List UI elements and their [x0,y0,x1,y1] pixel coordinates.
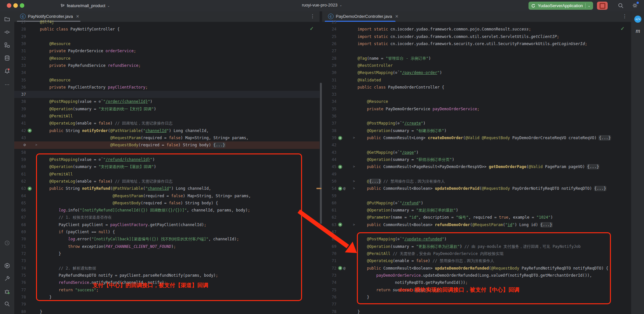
code-line[interactable]: 75 return success( data:true); [322,286,631,294]
code-line[interactable]: 45> public CommonResult<PageResult<PayDe… [322,163,631,170]
line-number[interactable]: 77 [14,286,26,294]
line-number[interactable]: 64 [14,192,26,199]
line-number[interactable]: 34 [322,98,336,105]
globe-url-icon[interactable]: ⊕ˇ [99,99,103,104]
code-line[interactable]: 34 [14,69,320,76]
code-line[interactable]: 64 @RequestParam(required = false) Map<S… [14,192,320,199]
line-number[interactable]: 78 [322,308,336,314]
find-tool-button[interactable] [3,300,11,308]
line-number[interactable]: 73 [14,257,26,264]
code-line[interactable]: 73 payDemoOrderService.updateDemoOrderRe… [322,272,631,279]
line-number[interactable]: 39 [322,134,336,141]
line-number[interactable]: 80 [14,308,26,314]
maven-tool-button[interactable]: m [634,27,642,35]
line-number[interactable]: 67 [14,214,26,221]
code-line[interactable]: 63> public CommonResult<Boolean> refundD… [322,221,631,228]
pane-splitter[interactable] [320,22,322,314]
code-line[interactable]: 29 [14,33,320,40]
line-number[interactable]: 36 [322,113,336,120]
code-line[interactable]: 40 @PermitAll [14,113,320,120]
line-number[interactable]: 73 [322,272,336,279]
code-line[interactable]: 49 [322,171,631,178]
line-number[interactable]: 74 [322,279,336,286]
line-number[interactable]: 35 [322,105,336,113]
code-line[interactable]: 38 @PostMapping(value = ⊕ˇ"/order/{chann… [14,98,320,105]
code-line[interactable]: 28@Tag(name = "管理后台 - 示例订单") [322,55,631,62]
line-number[interactable]: 26 [322,40,336,47]
line-number[interactable]: 61 [322,207,336,214]
code-line[interactable]: 72 } [14,250,320,257]
line-number[interactable]: 65 [14,199,26,207]
code-line[interactable]: 58 [14,149,320,156]
code-line[interactable]: 25import static cn.iocoder.yudao.framewo… [322,33,631,40]
code-line[interactable]: 31@Validated [322,77,631,84]
fold-arrow-icon[interactable]: > [353,178,357,185]
scrollbar-thumb[interactable] [320,83,322,224]
code-line[interactable]: 32public class PayDemoOrderController { [322,84,631,91]
line-number[interactable]: 31 [14,47,26,54]
code-line[interactable]: 50> @{...} // 禁用操作日志，因为没有操作人 [322,178,631,185]
line-number[interactable]: 77 [322,301,336,308]
line-number[interactable]: 72 [14,250,26,257]
request-mapping-run-icon[interactable] [338,266,342,270]
line-number[interactable]: 78 [14,294,26,301]
line-number[interactable]: 54 [322,185,336,192]
code-line[interactable]: 42 [322,141,631,149]
code-line[interactable]: 27@Slf4j [14,18,320,26]
code-line[interactable]: 43 @RequestParam(required = false) Map<S… [14,134,320,141]
globe-url-icon[interactable]: ⊕ˇ [395,201,400,205]
line-number[interactable]: 42 [322,141,336,149]
more-tool-windows-button[interactable]: ⋯ [3,81,11,89]
line-number[interactable]: 43 [322,149,336,156]
line-number[interactable]: 68 [14,221,26,228]
fold-arrow-icon[interactable]: > [353,221,357,228]
code-line[interactable]: 39 @Operation(summary = "支付渠道的统一【支付】回调") [14,105,320,113]
stop-button[interactable] [597,2,608,10]
line-number[interactable]: 27 [322,47,336,54]
code-line[interactable]: 67 [322,228,631,235]
no-request-icon[interactable]: ⊘ [14,141,26,149]
services-tool-button[interactable] [3,262,11,270]
code-line[interactable]: 76 refundService.notifyRefund(channelId,… [14,279,320,286]
maximize-window-button[interactable] [20,3,24,8]
line-number[interactable]: 38 [322,127,336,134]
build-tool-button[interactable] [3,275,11,283]
code-editor-left[interactable]: 27@Slf4j28public class PayNotifyControll… [14,18,320,314]
globe-url-icon[interactable]: ⊕ˇ [397,121,402,126]
fold-arrow-icon[interactable]: > [353,185,357,192]
line-number[interactable]: 67 [322,228,336,235]
code-line[interactable]: 29@RestController [322,62,631,69]
line-number[interactable]: 35 [14,77,26,84]
line-number[interactable]: 66 [14,207,26,214]
line-number[interactable]: 24 [322,26,336,33]
code-line[interactable]: 59 @PostMapping(value = ⊕ˇ"/refund/{chan… [14,156,320,163]
run-tool-button[interactable] [3,312,11,314]
code-line[interactable]: 37 @PostMapping(⊕ˇ"/create") [322,120,631,127]
close-window-button[interactable] [7,3,11,8]
line-number[interactable]: 76 [14,279,26,286]
line-number[interactable]: 49 [322,171,336,178]
code-line[interactable]: 23 [322,18,631,26]
line-number[interactable]: 28 [14,26,26,33]
line-number[interactable]: 44 [322,156,336,163]
folded-code-chip[interactable]: {...} [594,186,606,191]
code-line[interactable]: 61 @Operation(summary = "发起示例订单的退款") [322,207,631,214]
code-line[interactable]: 38 @Operation(summary = "创建示例订单") [322,127,631,134]
line-number[interactable]: 36 [14,84,26,91]
code-line[interactable]: 77 [322,301,631,308]
code-line[interactable]: 34 @Resource [322,98,631,105]
line-number[interactable]: 37 [14,91,26,98]
search-everywhere-button[interactable] [618,3,624,10]
line-number[interactable]: 33 [322,91,336,98]
code-editor-right[interactable]: 2324import static cn.iocoder.yudao.frame… [322,18,631,314]
project-selector[interactable]: ruoyi-vue-pro-2023 ⌄ [302,3,342,7]
code-line[interactable]: 67 // 1. 校验支付渠道是否存在 [14,214,320,221]
code-line[interactable]: 30 @Resource [14,40,320,47]
request-mapping-run-icon[interactable] [338,136,342,140]
code-line[interactable]: 68 @PostMapping(⊕ˇ"/update-refunded") [322,235,631,243]
code-line[interactable]: 30@RequestMapping(⊕ˇ"/pay/demo-order") [322,69,631,76]
code-line[interactable]: 33 [322,91,631,98]
debug-tool-button[interactable] [3,288,11,296]
folded-code-chip[interactable]: {...} [599,136,611,140]
line-number[interactable]: 75 [14,272,26,279]
